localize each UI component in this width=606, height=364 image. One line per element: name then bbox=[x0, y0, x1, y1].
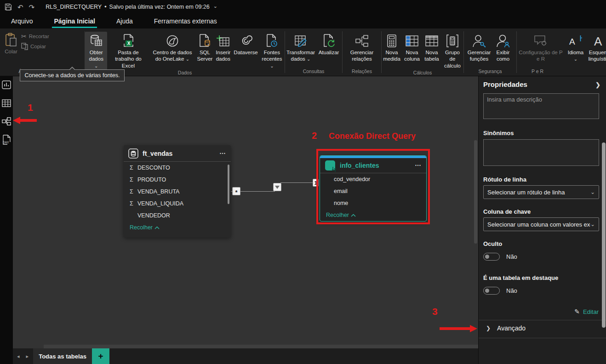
field-row[interactable]: VENDEDOR bbox=[124, 210, 231, 222]
chevron-down-icon: ⌄ bbox=[186, 57, 189, 62]
annotation-number-1: 1 bbox=[28, 102, 33, 113]
field-row[interactable]: ΣDESCONTO bbox=[124, 162, 231, 174]
refresh-button[interactable]: Atualizar bbox=[316, 32, 342, 57]
chevron-right-icon: ❯ bbox=[486, 325, 491, 331]
chevron-up-icon bbox=[154, 226, 160, 229]
scissors-icon: ✂ bbox=[21, 33, 27, 40]
manage-roles-icon bbox=[472, 33, 486, 49]
redo-icon[interactable]: ↷ bbox=[29, 4, 35, 11]
advanced-section-header[interactable]: ❯ Avançado bbox=[486, 324, 526, 332]
ribbon-group-qa: Configuração de P e R A Idioma⌄ A Esquem… bbox=[517, 28, 606, 76]
menu-pagina-inicial[interactable]: Página Inicial bbox=[52, 14, 97, 28]
relationship-line[interactable] bbox=[280, 182, 317, 183]
canvas-vertical-scrollbar[interactable] bbox=[474, 140, 477, 244]
card-scrollbar[interactable] bbox=[228, 165, 229, 204]
panel-scrollbar[interactable] bbox=[602, 142, 606, 328]
tab-todas-as-tabelas[interactable]: Todas as tabelas bbox=[33, 348, 92, 364]
undo-icon[interactable]: ↶ bbox=[17, 4, 23, 11]
field-row[interactable]: ΣVENDA_LIQUIDA bbox=[124, 198, 231, 210]
new-measure-button[interactable]: Nova medida bbox=[382, 32, 402, 63]
page-tab-bar: ◂ ▸ Todas as tabelas + bbox=[13, 348, 478, 364]
more-options-button[interactable]: … bbox=[219, 148, 226, 155]
save-icon[interactable] bbox=[5, 3, 12, 11]
copy-icon bbox=[21, 43, 28, 50]
transform-data-button[interactable]: Transformar dados ⌄ bbox=[286, 32, 316, 63]
new-column-button[interactable]: Nova coluna bbox=[402, 32, 422, 63]
calculation-group-button[interactable]: Grupo de cálculo bbox=[441, 32, 463, 70]
onelake-datahub-button[interactable]: Centro de dados do OneLake ⌄ bbox=[149, 32, 195, 63]
linguistic-schema-icon: A bbox=[592, 33, 606, 49]
calculator-icon bbox=[386, 33, 397, 49]
hidden-value: Não bbox=[506, 253, 517, 260]
advanced-label: Avançado bbox=[497, 324, 526, 332]
hidden-toggle-row: Não bbox=[483, 253, 517, 261]
field-name: DESCONTO bbox=[137, 165, 170, 171]
transform-data-label: Transformar dados ⌄ bbox=[286, 49, 315, 63]
synonyms-input[interactable] bbox=[483, 139, 599, 166]
annotation-arrow-3 bbox=[440, 324, 478, 333]
dataverse-button[interactable]: Dataverse bbox=[232, 32, 259, 57]
tab-nav-right-icon[interactable]: ▸ bbox=[26, 353, 29, 359]
panel-collapse-icon[interactable]: ❯ bbox=[595, 81, 600, 88]
hidden-toggle[interactable] bbox=[483, 253, 500, 261]
title-chevron-icon[interactable]: ⌄ bbox=[213, 3, 217, 9]
manage-relationships-label: Gerenciar relações bbox=[347, 49, 377, 63]
chevron-down-icon: ⌄ bbox=[307, 57, 310, 62]
sql-server-icon bbox=[198, 33, 211, 49]
save-status: Salvo pela última vez: Ontem em 09:26 bbox=[109, 4, 210, 10]
table-icon bbox=[128, 148, 138, 159]
paste-button[interactable]: Colar bbox=[5, 32, 17, 54]
cut-label: Recortar bbox=[29, 34, 49, 39]
model-canvas[interactable]: * 1 ft_vendas … ΣDESCONTO ΣPRODUTO ΣVEND… bbox=[13, 76, 478, 348]
onelake-label: Centro de dados do OneLake ⌄ bbox=[150, 49, 194, 63]
relationships-icon bbox=[355, 33, 369, 49]
canvas-horizontal-scrollbar[interactable] bbox=[44, 345, 478, 348]
row-label-label: Rótulo de linha bbox=[483, 176, 526, 183]
report-view-icon[interactable] bbox=[2, 80, 11, 89]
dax-query-view-icon[interactable]: DAX bbox=[2, 135, 11, 144]
edit-button[interactable]: ✎ Editar bbox=[574, 308, 599, 315]
table-header[interactable]: ft_vendas … bbox=[124, 145, 231, 162]
tooltip: Conecte-se a dados de várias fontes. bbox=[20, 69, 125, 81]
add-layout-button[interactable]: + bbox=[92, 348, 109, 364]
enter-data-label: Inserir dados bbox=[215, 49, 231, 63]
tab-nav-left-icon[interactable]: ◂ bbox=[17, 353, 20, 359]
qa-setup-icon bbox=[533, 33, 548, 49]
field-row[interactable]: ΣVENDA_BRUTA bbox=[124, 186, 231, 198]
model-view-icon[interactable] bbox=[2, 117, 11, 126]
cut-button[interactable]: ✂ Recortar bbox=[21, 33, 49, 40]
featured-toggle[interactable] bbox=[483, 287, 500, 295]
linguistic-schema-button[interactable]: A Esquema linguístico bbox=[587, 32, 606, 63]
sql-server-button[interactable]: SQL Server bbox=[195, 32, 214, 63]
new-table-button[interactable]: Nova tabela bbox=[422, 32, 441, 63]
menu-ferramentas-externas[interactable]: Ferramentas externas bbox=[152, 14, 219, 28]
copy-button[interactable]: Copiar bbox=[21, 43, 49, 50]
collapse-link[interactable]: Recolher bbox=[124, 222, 231, 233]
get-data-label: Obter dados ⌄ bbox=[86, 49, 106, 69]
recent-sources-button[interactable]: Fontes recentes ⌄ bbox=[259, 32, 285, 70]
language-button[interactable]: A Idioma⌄ bbox=[565, 32, 587, 63]
annotation-label-direct-query: Conexão Direct Query bbox=[329, 131, 416, 141]
manage-roles-button[interactable]: Gerenciar funções bbox=[466, 32, 492, 63]
enter-data-button[interactable]: Inserir dados bbox=[214, 32, 232, 63]
row-label-dropdown[interactable]: Selecionar um rótulo de linha ⌄ bbox=[483, 185, 599, 199]
linguistic-schema-label: Esquema linguístico bbox=[588, 49, 606, 63]
field-row[interactable]: ΣPRODUTO bbox=[124, 174, 231, 186]
svg-text:DAX: DAX bbox=[3, 141, 9, 144]
sigma-icon: Σ bbox=[130, 165, 137, 171]
excel-workbook-button[interactable]: X Pasta de trabalho do Excel bbox=[107, 32, 149, 70]
table-view-icon[interactable] bbox=[2, 98, 11, 108]
table-card-ft-vendas[interactable]: ft_vendas … ΣDESCONTO ΣPRODUTO ΣVENDA_BR… bbox=[124, 145, 231, 238]
key-column-dropdown[interactable]: Selecionar uma coluna com valores exc ⌄ bbox=[483, 217, 599, 231]
title-separator: • bbox=[104, 4, 106, 10]
get-data-button[interactable]: Obter dados ⌄ bbox=[85, 32, 107, 70]
menu-arquivo[interactable]: Arquivo bbox=[9, 14, 34, 28]
chevron-down-icon: ⌄ bbox=[590, 189, 595, 195]
manage-relationships-button[interactable]: Gerenciar relações bbox=[345, 32, 378, 63]
description-input[interactable] bbox=[483, 93, 599, 119]
menu-ajuda[interactable]: Ajuda bbox=[114, 14, 135, 28]
field-name: VENDA_LIQUIDA bbox=[137, 200, 183, 207]
ribbon-group-relations: Gerenciar relações Relações bbox=[343, 28, 381, 76]
language-icon: A bbox=[569, 33, 583, 49]
view-as-button[interactable]: Exibir como bbox=[492, 32, 514, 63]
